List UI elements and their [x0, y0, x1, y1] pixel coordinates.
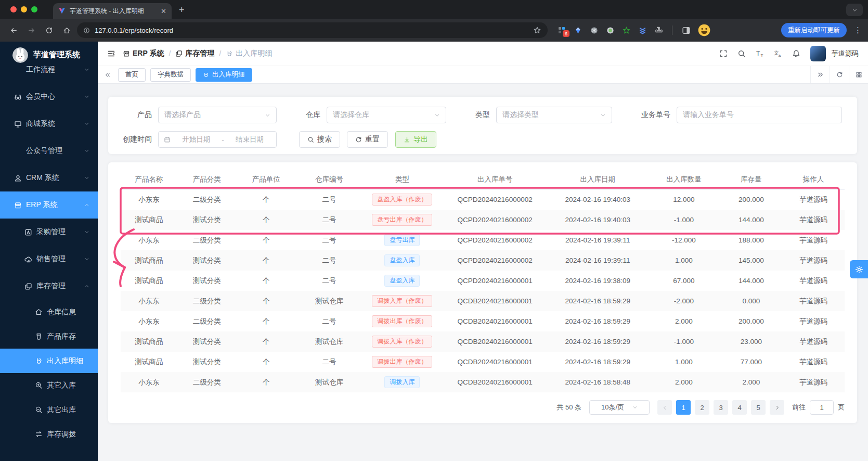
table-row[interactable]: 小东东二级分类个测试仓库调拨入库（作废）QCDB2024021600000120… — [121, 291, 845, 311]
sidebar-item-stock[interactable]: 库存管理 — [0, 273, 98, 300]
cell-quantity: 1.000 — [647, 352, 720, 372]
date-range-picker[interactable]: 开始日期 - 结束日期 — [158, 131, 277, 148]
table-row[interactable]: 测试商品测试分类个测试仓库调拨入库（作废）QCDB202402160000012… — [121, 331, 845, 352]
locale-icon[interactable]: 文A — [774, 49, 782, 58]
cell-stock: 145.000 — [720, 250, 783, 271]
table-row[interactable]: 小东东二级分类个二号调拨出库（作废）QCDB202402160000012024… — [121, 311, 845, 331]
total-count: 共 50 条 — [556, 403, 581, 412]
sidebar-item-other-out[interactable]: 其它出库 — [0, 398, 98, 422]
warehouse-select[interactable]: 请选择仓库 — [327, 107, 446, 123]
table-row[interactable]: 小东东二级分类个测试仓库调拨入库QCDB202402160000012024-0… — [121, 372, 845, 392]
breadcrumb-item[interactable]: ERP 系统 — [123, 49, 164, 58]
reload-button[interactable] — [42, 23, 56, 37]
page-button-5[interactable]: 5 — [751, 400, 766, 415]
forward-button[interactable] — [24, 23, 38, 37]
sidebar-item-product-stock[interactable]: 产品库存 — [0, 324, 98, 349]
sidebar-item-label: 商城系统 — [26, 119, 55, 129]
tags-scroll-right-icon[interactable] — [810, 66, 830, 83]
reset-button[interactable]: 重置 — [347, 131, 388, 148]
page-button-1[interactable]: 1 — [676, 400, 691, 415]
extension-grid-icon[interactable]: 6 — [557, 25, 566, 35]
table-row[interactable]: 小东东二级分类个二号盘盈入库（作废）QCPD202402160000022024… — [121, 189, 845, 210]
page-button-2[interactable]: 2 — [695, 400, 709, 415]
extensions-puzzle-icon[interactable] — [654, 25, 663, 35]
tab-search-button[interactable] — [846, 4, 863, 16]
cell-warehouse: 二号 — [296, 250, 362, 271]
page-size-select[interactable]: 10条/页 — [589, 400, 650, 415]
site-info-icon[interactable] — [83, 27, 90, 34]
sidebar-item-purchase[interactable]: 采购管理 — [0, 219, 98, 246]
chrome-menu-icon[interactable]: ⋮ — [854, 25, 862, 35]
browser-tab[interactable]: 芋道管理系统 - 出入库明细 ✕ — [53, 3, 172, 19]
side-panel-icon[interactable] — [681, 25, 691, 35]
product-select[interactable]: 请选择产品 — [158, 107, 277, 123]
sidebar-item-other-in[interactable]: 其它入库 — [0, 373, 98, 398]
theme-settings-button[interactable] — [850, 260, 868, 278]
search-icon[interactable] — [737, 49, 746, 58]
font-size-icon[interactable]: TT — [756, 49, 764, 58]
tag-tab-出入库明细[interactable]: 出入库明细 — [196, 68, 252, 82]
tag-tab-字典数据[interactable]: 字典数据 — [150, 68, 191, 82]
sidebar-item-label: 库存调拨 — [47, 430, 76, 439]
browser-toolbar: 127.0.0.1/erp/stock/record 6 — [0, 19, 868, 42]
close-window-button[interactable] — [10, 6, 17, 12]
extension-dot-icon[interactable] — [605, 25, 615, 35]
cell-quantity: 67.000 — [647, 271, 720, 291]
address-bar[interactable]: 127.0.0.1/erp/stock/record — [77, 22, 548, 38]
minimize-window-button[interactable] — [21, 6, 27, 12]
search-button[interactable]: 搜索 — [299, 131, 340, 148]
extension-circle-icon[interactable] — [589, 25, 599, 35]
extension-chevrons-icon[interactable] — [638, 25, 647, 35]
username[interactable]: 芋道源码 — [832, 49, 859, 58]
sidebar-item-warehouse-info[interactable]: 仓库信息 — [0, 300, 98, 324]
table-row[interactable]: 测试商品测试分类个二号盘盈入库QCPD202402160000022024-02… — [121, 250, 845, 271]
tag-tab-首页[interactable]: 首页 — [118, 68, 146, 82]
maximize-window-button[interactable] — [31, 6, 37, 12]
sidebar-item-stock-record[interactable]: 出入库明细 — [0, 349, 98, 373]
bizno-input[interactable]: 请输入业务单号 — [677, 107, 842, 123]
table-row[interactable]: 测试商品测试分类个二号盘盈入库QCPD202402160000012024-02… — [121, 271, 845, 291]
home-button[interactable] — [59, 23, 74, 37]
bizno-placeholder: 请输入业务单号 — [683, 110, 836, 120]
extension-star-icon[interactable] — [621, 25, 631, 35]
date-separator: - — [222, 136, 224, 144]
sidebar-item-mp[interactable]: 公众号管理 — [0, 137, 98, 164]
page-button-3[interactable]: 3 — [714, 400, 728, 415]
export-button[interactable]: 导出 — [395, 131, 436, 148]
tags-refresh-icon[interactable] — [830, 66, 849, 83]
sidebar-item-workflow[interactable]: 工作流程 — [0, 56, 98, 83]
table-row[interactable]: 测试商品测试分类个二号调拨出库（作废）QCDB20240216000001202… — [121, 352, 845, 372]
tags-layout-grid-icon[interactable] — [849, 66, 868, 83]
type-select[interactable]: 请选择类型 — [496, 107, 612, 123]
tab-close-icon[interactable]: ✕ — [161, 8, 166, 15]
sidebar-item-mall[interactable]: 商城系统 — [0, 110, 98, 137]
new-tab-button[interactable]: + — [179, 5, 185, 16]
table-row[interactable]: 测试商品测试分类个二号盘亏出库（作废）QCPD20240216000002202… — [121, 210, 845, 230]
sidebar-item-crm[interactable]: CRM 系统 — [0, 164, 98, 191]
cell-category: 二级分类 — [177, 372, 237, 392]
breadcrumb-item[interactable]: 库存管理 — [175, 49, 214, 58]
profile-avatar[interactable] — [697, 23, 711, 37]
extension-pin-icon[interactable] — [573, 25, 582, 35]
fullscreen-icon[interactable] — [719, 49, 728, 58]
chrome-update-button[interactable]: 重新启动即可更新 — [781, 23, 847, 37]
next-page-button[interactable] — [770, 400, 784, 415]
menu-fold-icon[interactable] — [107, 49, 115, 58]
sidebar-item-erp[interactable]: ERP 系统 — [0, 191, 98, 219]
column-header: 库存量 — [720, 170, 783, 189]
back-button[interactable] — [6, 23, 21, 37]
sidebar-item-member[interactable]: 会员中心 — [0, 83, 98, 110]
cell-operator: 芋道源码 — [782, 352, 845, 372]
table-row[interactable]: 小东东二级分类个二号盘亏出库QCPD202402160000022024-02-… — [121, 230, 845, 250]
page-button-4[interactable]: 4 — [732, 400, 747, 415]
notification-bell-icon[interactable] — [792, 49, 800, 58]
bookmark-star-icon[interactable] — [533, 26, 541, 34]
sidebar-item-stock-move[interactable]: 库存调拨 — [0, 422, 98, 446]
prev-page-button[interactable] — [657, 400, 672, 415]
breadcrumb-item[interactable]: 出入库明细 — [226, 49, 272, 58]
chevron-down-icon — [600, 112, 606, 118]
goto-page-input[interactable] — [810, 400, 834, 415]
user-avatar[interactable] — [810, 46, 826, 61]
tags-scroll-left-icon[interactable] — [102, 72, 113, 78]
sidebar-item-sales[interactable]: 销售管理 — [0, 246, 98, 273]
